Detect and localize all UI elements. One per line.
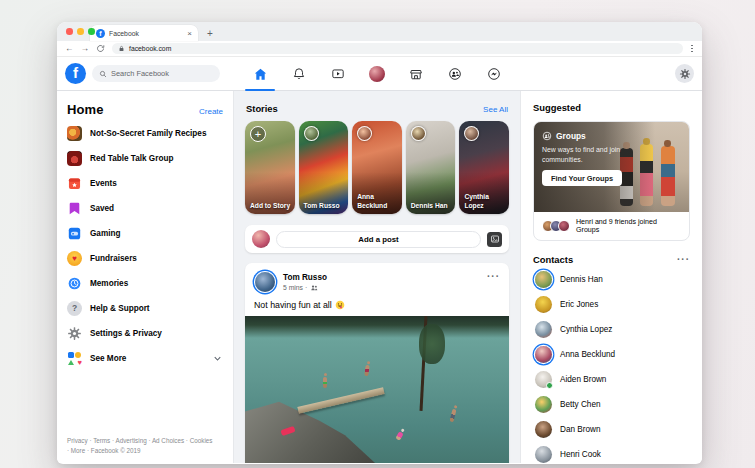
fundraisers-heart-icon [67,251,82,266]
url-field[interactable]: facebook.com [112,43,683,54]
stories-title: Stories [246,103,278,114]
story-card[interactable]: Tom Russo [299,121,349,214]
avatar [535,446,552,463]
new-tab-button[interactable]: + [207,28,213,41]
sidebar-item-fundraisers[interactable]: Fundraisers [67,246,223,271]
sidebar-item-saved[interactable]: Saved [67,196,223,221]
post-menu-icon[interactable]: ··· [487,271,500,282]
settings-gear-icon[interactable] [675,64,694,83]
groups-card-description: New ways to find and join communities. [542,145,622,164]
facebook-favicon-icon [96,29,105,38]
create-link[interactable]: Create [199,107,223,116]
traffic-lights [66,28,95,35]
facebook-logo[interactable] [65,63,86,84]
browser-tab[interactable]: Facebook × [90,25,198,41]
story-card[interactable]: Anna Becklund [352,121,402,214]
sidebar-item-settings-privacy[interactable]: Settings & Privacy [67,321,223,346]
contacts-title: Contacts [533,254,573,265]
close-window-button[interactable] [66,28,73,35]
stories-row: Add to Story Tom Russo Anna Becklund Den… [245,121,509,214]
contact-row[interactable]: Betty Chen [533,392,690,417]
chevron-down-icon [212,350,223,368]
back-button[interactable]: ← [65,44,74,53]
avatar [252,230,270,248]
sidebar-item-gaming[interactable]: Gaming [67,221,223,246]
group-photo-icon [67,151,82,166]
avatar [535,321,552,338]
sidebar-item-red-table-talk[interactable]: Red Table Talk Group [67,146,223,171]
contact-row[interactable]: Eric Jones [533,292,690,317]
gaming-icon [67,226,82,241]
post-author-name[interactable]: Tom Russo [283,273,327,282]
memories-clock-icon [67,276,82,291]
avatar [535,271,552,288]
feed-post: Tom Russo 5 mins · ··· Not having fun at… [245,263,509,463]
sidebar-item-help-support[interactable]: Help & Support [67,296,223,321]
groups-card-title: Groups [556,131,586,141]
post-timestamp: 5 mins · [283,284,307,291]
contact-row[interactable]: Dennis Han [533,267,690,292]
groups-card-image: Groups New ways to find and join communi… [534,122,689,212]
tab-title: Facebook [109,30,183,37]
story-card[interactable]: Dennis Han [406,121,456,214]
right-column: Suggested Groups New ways to find and jo [521,91,702,463]
contact-row[interactable]: Henri Cook [533,442,690,464]
news-feed: Stories See All Add to Story Tom Russo A… [233,91,521,463]
add-post-input[interactable]: Add a post [276,231,481,248]
home-icon[interactable] [251,65,269,83]
story-author-avatar [304,126,319,141]
friends-facepile [542,220,570,232]
sidebar-item-family-recipes[interactable]: Not-So-Secret Family Recipes [67,121,223,146]
contact-row[interactable]: Anna Becklund [533,342,690,367]
sidebar-item-see-more[interactable]: See More [67,346,223,371]
saved-bookmark-icon [67,201,82,216]
post-author-avatar[interactable] [255,272,275,292]
profile-avatar[interactable] [368,65,386,83]
url-text: facebook.com [129,45,171,52]
forward-button[interactable]: → [81,44,90,53]
story-card[interactable]: Cynthia Lopez [459,121,509,214]
suggested-groups-card[interactable]: Groups New ways to find and join communi… [533,121,690,241]
story-author-avatar [464,126,479,141]
facebook-header: Search Facebook [57,57,702,91]
notifications-icon[interactable] [290,65,308,83]
messenger-icon[interactable] [485,65,503,83]
story-author-avatar [411,126,426,141]
post-text: Not having fun at all [254,300,332,310]
sidebar-item-events[interactable]: Events [67,171,223,196]
suggested-title: Suggested [533,102,690,113]
page-content: Home Create Not-So-Secret Family Recipes… [57,91,702,463]
contacts-menu-icon[interactable]: ··· [677,254,690,265]
story-card-add-to-story[interactable]: Add to Story [245,121,295,214]
tongue-out-emoji-icon [335,300,345,310]
see-all-link[interactable]: See All [483,105,508,114]
friends-joined-row: Henri and 9 friends joined Groups [534,212,689,240]
add-photo-button[interactable] [487,232,502,247]
watch-icon[interactable] [329,65,347,83]
profile-photo [369,66,385,82]
contact-row[interactable]: Dan Brown [533,417,690,442]
find-your-groups-button[interactable]: Find Your Groups [542,170,622,186]
contact-row[interactable]: Cynthia Lopez [533,317,690,342]
avatar [535,396,552,413]
browser-address-bar: ← → facebook.com [57,41,702,57]
minimize-window-button[interactable] [77,28,84,35]
add-story-icon[interactable] [250,126,266,142]
groups-icon [542,131,552,141]
search-input[interactable]: Search Facebook [92,65,220,82]
browser-window: Facebook × + ← → facebook.com Search Fac… [57,22,702,464]
reload-button[interactable] [96,44,105,53]
events-icon [67,176,82,191]
avatar [535,371,552,388]
post-photo[interactable] [245,316,509,463]
zoom-window-button[interactable] [88,28,95,35]
marketplace-icon[interactable] [407,65,425,83]
sidebar-item-memories[interactable]: Memories [67,271,223,296]
close-tab-icon[interactable]: × [187,29,192,38]
search-placeholder: Search Facebook [111,69,169,78]
post-composer: Add a post [245,225,509,253]
contact-row[interactable]: Aiden Brown [533,367,690,392]
groups-icon[interactable] [446,65,464,83]
browser-menu-icon[interactable] [690,44,694,54]
browser-tab-bar: Facebook × + [57,22,702,41]
